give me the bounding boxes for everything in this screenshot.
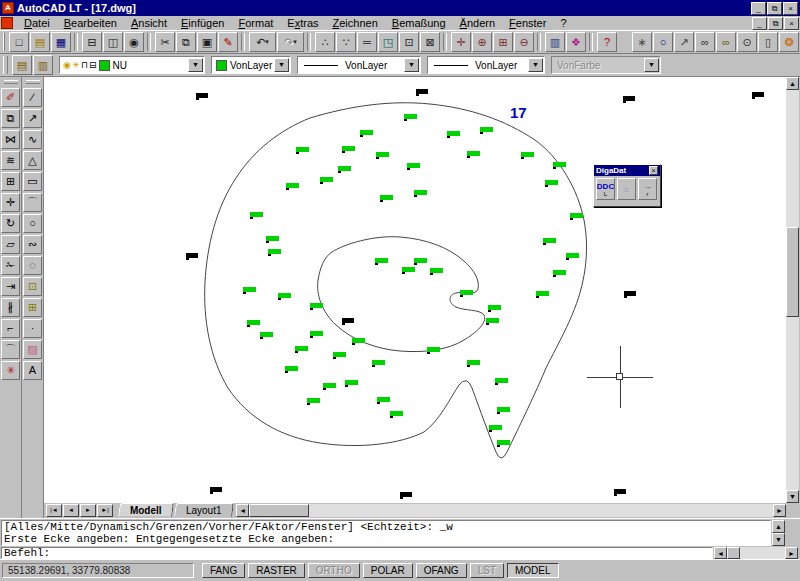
text-button[interactable]: A (23, 361, 42, 380)
designcenter-button[interactable]: ❖ (566, 32, 586, 52)
menu-zeichnen[interactable]: Zeichnen (326, 16, 385, 30)
command-scroll-up-icon[interactable]: ▲ (772, 520, 785, 533)
menu-extras[interactable]: Extras (280, 16, 325, 30)
erase-button[interactable]: ✐ (1, 88, 20, 107)
vertical-scroll-thumb[interactable] (786, 227, 799, 317)
scroll-down-icon[interactable]: ▼ (786, 490, 799, 503)
command-input[interactable]: Befehl: (1, 547, 713, 559)
offset-button[interactable]: ≋ (1, 151, 20, 170)
restore-button[interactable]: ⧉ (767, 2, 782, 15)
digadat-colorwheel-button[interactable]: ❂ (779, 32, 799, 52)
rotate-point-button[interactable]: ◌ (617, 178, 636, 200)
redo-button[interactable]: ↷▾ (277, 32, 304, 52)
child-minimize-button[interactable]: _ (752, 17, 767, 30)
digadat-circle-number-button[interactable]: ○ (653, 32, 673, 52)
extend-button[interactable]: ⇥ (1, 277, 20, 296)
match-properties-button[interactable]: ✎ (218, 32, 238, 52)
array-button[interactable]: ⊞ (1, 172, 20, 191)
dropdown-arrow-icon[interactable]: ▾ (293, 38, 297, 46)
line-button[interactable]: ∕ (23, 88, 42, 107)
layer-combo-arrow-icon[interactable]: ▼ (188, 58, 203, 72)
chamfer-button[interactable]: ⌐ (1, 319, 20, 338)
zoom-previous-button[interactable]: ⊖ (514, 32, 534, 52)
point-button[interactable]: · (23, 319, 42, 338)
named-views-button[interactable]: ⊡ (399, 32, 419, 52)
toolbar-grip-2[interactable] (3, 56, 8, 74)
scroll-left-icon[interactable]: ◄ (236, 504, 249, 517)
zoom-window-button[interactable]: ⊞ (493, 32, 513, 52)
lineweight-combo-arrow-icon[interactable]: ▼ (528, 58, 543, 72)
open-button[interactable]: ▤ (30, 32, 50, 52)
digadat-point-numbers-button[interactable]: ∗ (632, 32, 652, 52)
draw-toolbar-grip[interactable] (26, 80, 40, 84)
distance-button[interactable]: ═ (357, 32, 377, 52)
tracking-point-button[interactable]: ∴ (315, 32, 335, 52)
search-button[interactable]: ◉ (124, 32, 144, 52)
scroll-up-icon[interactable]: ▲ (786, 77, 799, 90)
rotate-button[interactable]: ↻ (1, 214, 20, 233)
pan-realtime-button[interactable]: ✛ (451, 32, 471, 52)
digadat-draw-arrow-button[interactable]: ↗ (674, 32, 694, 52)
command-hscroll-thumb[interactable] (727, 547, 740, 559)
layer-combo[interactable]: ◉☀⊓⊟ NU ▼ (59, 56, 205, 74)
dwg-document-icon[interactable] (1, 17, 13, 29)
child-restore-button[interactable]: ⧉ (768, 17, 783, 30)
tab-layout1[interactable]: Layout1 (174, 503, 234, 517)
print-preview-button[interactable]: ◫ (103, 32, 123, 52)
circle-button[interactable]: ○ (23, 214, 42, 233)
digadat-glasses-button[interactable]: ∞ (695, 32, 715, 52)
linetype-combo-arrow-icon[interactable]: ▼ (404, 58, 419, 72)
mirror-button[interactable]: ⋈ (1, 130, 20, 149)
child-close-button[interactable]: × (784, 17, 799, 30)
toggle-ortho[interactable]: ORTHO (308, 563, 360, 578)
toggle-polar[interactable]: POLAR (363, 563, 413, 578)
arc-button[interactable]: ⌒ (23, 193, 42, 212)
toggle-lst[interactable]: LST (470, 563, 504, 578)
digadat-glasses-edit-button[interactable]: ∞ (716, 32, 736, 52)
command-scroll-right-icon[interactable]: ► (785, 547, 798, 559)
digadat-magnifier-button[interactable]: ⊙ (737, 32, 757, 52)
polygon-button[interactable]: △ (23, 151, 42, 170)
minimize-button[interactable]: _ (751, 2, 766, 15)
hatch-button[interactable]: ▨ (23, 340, 42, 359)
properties-button[interactable]: ▥ (545, 32, 565, 52)
make-block-button[interactable]: ⊞ (23, 298, 42, 317)
fillet-button[interactable]: ⌒ (1, 340, 20, 359)
menu-help[interactable]: ? (553, 16, 573, 30)
spline-button[interactable]: ∾ (23, 235, 42, 254)
menu-andern[interactable]: Ändern (453, 16, 502, 30)
dropdown-arrow-icon[interactable]: ▾ (265, 38, 269, 46)
trim-button[interactable]: ✁ (1, 256, 20, 275)
explode-button[interactable]: ✳ (1, 361, 20, 380)
toggle-ofang[interactable]: OFANG (416, 563, 467, 578)
scale-button[interactable]: ▱ (1, 235, 20, 254)
horizontal-scroll-thumb[interactable] (249, 504, 309, 517)
menu-bemassung[interactable]: Bemaßung (385, 16, 453, 30)
copy-object-button[interactable]: ⧉ (1, 109, 20, 128)
menu-ansicht[interactable]: Ansicht (124, 16, 174, 30)
digadat-panel-button[interactable]: ▯ (758, 32, 778, 52)
linetype-combo[interactable]: VonLayer ▼ (297, 56, 421, 74)
direction-arrow-button[interactable]: →r (638, 178, 657, 200)
digadat-title-bar[interactable]: DigaDat × (594, 165, 660, 176)
toggle-raster[interactable]: RASTER (248, 563, 305, 578)
first-tab-button[interactable]: |◄ (46, 504, 62, 517)
break-button[interactable]: ∦ (1, 298, 20, 317)
command-horizontal-scrollbar[interactable]: ◄ ► (714, 547, 798, 559)
undo-button[interactable]: ↶▾ (249, 32, 276, 52)
close-button[interactable]: × (783, 2, 798, 15)
drawing-horizontal-scrollbar[interactable]: ◄ ► (236, 504, 786, 517)
color-combo-arrow-icon[interactable]: ▼ (274, 58, 289, 72)
scroll-right-icon[interactable]: ► (773, 504, 786, 517)
menu-bearbeiten[interactable]: Bearbeiten (57, 16, 124, 30)
color-combo[interactable]: VonLayer ▼ (211, 56, 291, 74)
command-scroll-left-icon[interactable]: ◄ (714, 547, 727, 559)
ellipse-button[interactable]: ◌ (23, 256, 42, 275)
toolbar-grip[interactable] (3, 33, 5, 51)
menu-datei[interactable]: Datei (17, 16, 57, 30)
modify-toolbar-grip[interactable] (4, 80, 18, 84)
menu-einfugen[interactable]: Einfügen (174, 16, 231, 30)
layer-control-button[interactable]: ▥ (33, 55, 53, 75)
print-button[interactable]: ⊟ (82, 32, 102, 52)
prev-tab-button[interactable]: ◄ (63, 504, 79, 517)
